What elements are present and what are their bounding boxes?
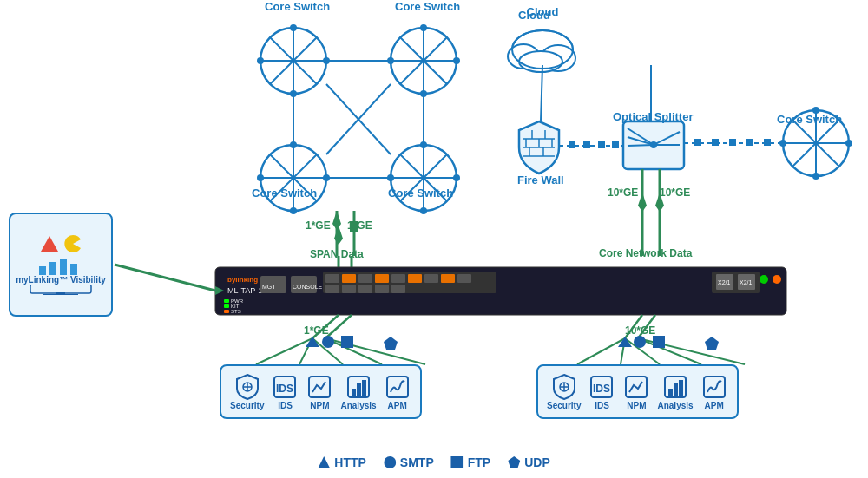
svg-rect-84 (764, 139, 771, 146)
svg-rect-77 (598, 141, 605, 148)
svg-point-71 (812, 173, 819, 180)
svg-point-35 (453, 174, 460, 181)
svg-point-24 (290, 207, 297, 214)
core-switch-label-tr: Core Switch (395, 0, 460, 13)
span-data-label: SPAN Data (310, 248, 364, 260)
smtp-label: SMTP (400, 455, 434, 469)
svg-rect-115 (424, 274, 438, 283)
mylinking-icons (40, 234, 82, 253)
analysis-label-left: Analysis (340, 401, 376, 410)
svg-rect-162 (70, 264, 77, 275)
svg-point-189 (384, 456, 396, 468)
svg-text:X2/1: X2/1 (718, 279, 731, 285)
svg-rect-109 (326, 274, 339, 283)
svg-line-131 (326, 315, 352, 338)
svg-rect-119 (342, 285, 356, 293)
tool-analysis-left: Analysis (340, 373, 376, 410)
legend-http: HTTP (318, 455, 366, 469)
svg-marker-188 (318, 456, 330, 468)
network-diagram: Cloud (0, 0, 868, 478)
svg-rect-190 (451, 456, 464, 468)
svg-rect-80 (694, 139, 701, 146)
svg-point-73 (845, 140, 852, 147)
svg-rect-118 (326, 285, 339, 293)
tool-npm-left: NPM (306, 373, 333, 410)
left-1ge-top-label: 1*GE (306, 219, 331, 232)
analysis-label-right: Analysis (657, 401, 693, 410)
tool-apm-left: APM (384, 373, 411, 410)
svg-rect-175 (362, 380, 366, 396)
mylinking-box: myLinking™ Visibility (9, 213, 113, 317)
svg-text:IDS: IDS (593, 383, 610, 395)
svg-rect-173 (352, 389, 356, 396)
security-label-left: Security (230, 401, 264, 410)
svg-rect-176 (387, 377, 408, 397)
svg-text:STS: STS (231, 309, 241, 314)
tool-npm-right: NPM (622, 373, 650, 410)
svg-point-64 (650, 141, 657, 148)
tool-ids-left: IDS IDS (271, 373, 299, 410)
svg-marker-147 (384, 337, 398, 350)
left-tool-row: Security IDS IDS NPM (230, 373, 411, 410)
right-10ge-top-label: 10*GE (608, 187, 638, 199)
svg-point-25 (257, 174, 264, 181)
tool-analysis-right: Analysis (657, 373, 693, 410)
svg-line-152 (115, 265, 215, 291)
tool-ids-right: IDS IDS (588, 373, 615, 410)
core-switch-label-bl: Core Switch (252, 187, 317, 200)
svg-rect-120 (358, 285, 372, 293)
svg-rect-161 (60, 259, 67, 275)
svg-line-132 (256, 338, 312, 364)
svg-rect-117 (457, 274, 471, 283)
svg-point-5 (290, 24, 297, 31)
svg-rect-82 (729, 139, 736, 146)
security-label-right: Security (547, 401, 581, 410)
svg-marker-191 (508, 456, 520, 468)
svg-rect-121 (375, 285, 389, 293)
legend-udp: UDP (508, 455, 550, 469)
svg-rect-159 (39, 266, 46, 275)
svg-text:MGT: MGT (262, 284, 276, 290)
firewall-label: Fire Wall (517, 174, 564, 187)
svg-point-7 (257, 57, 264, 64)
svg-rect-187 (704, 377, 725, 397)
svg-text:IDS: IDS (276, 383, 293, 395)
apm-label-right: APM (704, 401, 723, 410)
svg-text:CONSOLE: CONSOLE (293, 284, 323, 290)
legend-smtp: SMTP (384, 455, 434, 469)
svg-point-17 (453, 57, 460, 64)
tool-security-right: Security (547, 373, 581, 410)
svg-point-33 (420, 207, 427, 214)
svg-marker-156 (638, 193, 647, 212)
svg-point-149 (634, 336, 646, 348)
svg-rect-110 (342, 274, 356, 283)
svg-rect-112 (375, 274, 389, 283)
core-network-data-label: Core Network Data (599, 247, 692, 259)
svg-rect-150 (653, 336, 665, 348)
optical-splitter-label: Optical Splitter (613, 110, 693, 123)
right-tool-row: Security IDS IDS NPM (547, 373, 728, 410)
svg-rect-114 (408, 274, 422, 283)
svg-line-61 (628, 145, 654, 146)
svg-rect-113 (391, 274, 405, 283)
svg-rect-146 (341, 336, 353, 348)
svg-marker-89 (332, 211, 341, 230)
svg-rect-83 (746, 139, 753, 146)
mylinking-title: myLinking™ Visibility (16, 275, 106, 285)
bottom-left-ge-label: 1*GE (304, 324, 329, 337)
npm-label-left: NPM (310, 401, 329, 410)
cloud-label: Cloud (518, 9, 550, 22)
svg-point-14 (420, 24, 427, 31)
svg-rect-160 (49, 262, 56, 275)
svg-rect-184 (668, 389, 673, 396)
core-switch-label-tl: Core Switch (265, 0, 330, 13)
svg-rect-98 (224, 299, 229, 303)
svg-rect-100 (224, 304, 229, 308)
apm-label-left: APM (387, 401, 406, 410)
svg-marker-151 (705, 337, 719, 350)
ids-label-left: IDS (278, 401, 293, 410)
left-1ge-bottom-label: 1*GE (347, 219, 372, 232)
right-10ge-bottom-label: 10*GE (660, 187, 690, 199)
right-tool-group: Security IDS IDS NPM (536, 364, 739, 419)
svg-rect-111 (358, 274, 372, 283)
